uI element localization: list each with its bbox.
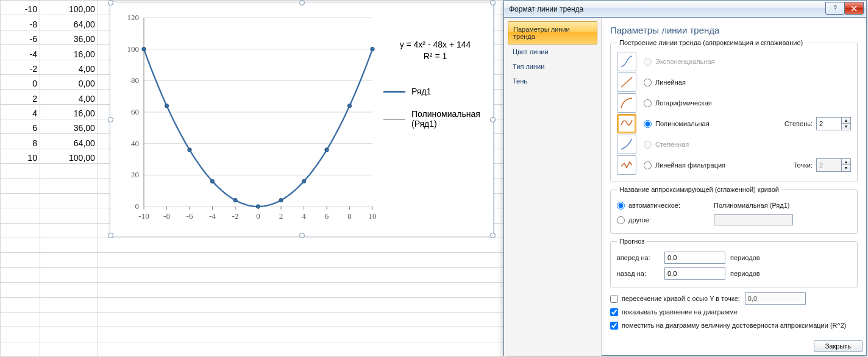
chart-resize-handle[interactable] [108, 117, 113, 122]
ma-points-input [817, 159, 841, 171]
legend-entry-trend: Полиномиальная(Ряд1) [383, 109, 487, 130]
fc-fwd-label: вперед на: [617, 254, 660, 261]
chart-resize-handle[interactable] [490, 233, 496, 238]
svg-point-41 [233, 198, 237, 202]
chart-container[interactable]: 020406080100120-10-8-6-4-20246810 y = 4x… [110, 2, 494, 236]
radio-name-other[interactable] [617, 216, 625, 224]
chart-resize-handle[interactable] [108, 0, 113, 5]
svg-text:6: 6 [325, 211, 329, 221]
nav-line-type[interactable]: Тип линии [508, 59, 597, 74]
legend-label-series1: Ряд1 [411, 87, 431, 97]
chk-intercept[interactable] [610, 295, 618, 303]
dialog-nav: Параметры линии тренда Цвет линии Тип ли… [504, 18, 602, 356]
svg-point-44 [302, 179, 305, 183]
power-icon [617, 135, 636, 154]
chart-resize-handle[interactable] [490, 0, 496, 5]
exp-icon [617, 52, 636, 71]
dialog-title: Формат линии тренда [509, 5, 583, 13]
fc-bwd-label: назад на: [617, 270, 660, 277]
nav-trend-params[interactable]: Параметры линии тренда [508, 21, 597, 44]
ma-icon [617, 155, 636, 175]
svg-text:-2: -2 [232, 211, 239, 221]
group-trend-name-legend: Название аппроксимирующей (сглаженной) к… [617, 186, 781, 193]
degree-spinner[interactable]: ▲▼ [816, 117, 851, 130]
svg-text:80: 80 [131, 76, 139, 85]
trendline-equation: y = 4x² - 48x + 144 R² = 1 [383, 39, 487, 62]
name-auto-value: Полиномиальная (Ряд1) [714, 202, 790, 209]
label-poly: Полиномиальная [655, 120, 710, 127]
radio-linear[interactable] [644, 79, 652, 87]
fc-fwd-input[interactable] [664, 252, 725, 264]
group-trend-name: Название аппроксимирующей (сглаженной) к… [610, 186, 858, 234]
close-button[interactable]: Закрыть [814, 340, 863, 352]
legend-swatch-trend [383, 119, 405, 119]
chart-resize-handle[interactable] [490, 117, 496, 122]
fc-bwd-unit: периодов [730, 270, 760, 277]
fc-fwd-unit: периодов [730, 254, 760, 261]
svg-text:60: 60 [131, 107, 139, 116]
legend-entry-series1: Ряд1 [383, 87, 487, 97]
fc-bwd-input[interactable] [664, 267, 725, 280]
svg-point-45 [325, 148, 329, 152]
svg-text:120: 120 [127, 13, 140, 22]
radio-exp [644, 58, 652, 66]
window-close-button[interactable] [844, 2, 864, 15]
chart-plot: 020406080100120-10-8-6-4-20246810 [116, 9, 379, 231]
svg-text:40: 40 [131, 139, 139, 148]
log-icon [617, 93, 636, 113]
svg-point-46 [347, 104, 351, 107]
radio-log[interactable] [644, 99, 652, 107]
nav-line-color[interactable]: Цвет линии [508, 44, 597, 59]
equation-text: y = 4x² - 48x + 144 [383, 39, 487, 51]
label-power: Степенная [655, 141, 689, 148]
label-show-eq: показывать уравнение на диаграмме [622, 308, 738, 316]
degree-input[interactable] [817, 118, 841, 130]
label-name-auto: автоматическое: [628, 202, 702, 209]
chk-show-r2[interactable] [610, 322, 618, 330]
label-exp: Экспоненциальная [655, 58, 715, 65]
window-help-button[interactable]: ? [825, 2, 845, 15]
group-trend-build-legend: Построение линии тренда (аппроксимация и… [617, 39, 805, 46]
dialog-heading: Параметры линии тренда [610, 25, 858, 35]
label-intercept: пересечение кривой с осью Y в точке: [622, 295, 740, 302]
svg-text:0: 0 [256, 211, 260, 221]
svg-text:100: 100 [127, 44, 140, 54]
chart-resize-handle[interactable] [299, 233, 305, 238]
label-name-other: другое: [628, 216, 702, 224]
group-trend-build: Построение линии тренда (аппроксимация и… [610, 39, 858, 182]
degree-up[interactable]: ▲ [842, 118, 850, 124]
trendline-format-dialog: Формат линии тренда ? Параметры линии тр… [503, 0, 867, 356]
svg-point-42 [256, 205, 260, 208]
svg-text:-4: -4 [209, 211, 216, 221]
ma-down: ▼ [842, 165, 850, 171]
name-other-input [714, 214, 793, 225]
radio-power [644, 141, 652, 149]
svg-text:-10: -10 [138, 211, 149, 221]
svg-point-43 [279, 198, 283, 202]
ma-points-label: Точки: [794, 161, 813, 169]
dialog-titlebar[interactable]: Формат линии тренда ? [504, 1, 866, 18]
group-forecast: Прогноз вперед на: периодов назад на: пе… [610, 238, 858, 288]
chart-resize-handle[interactable] [108, 233, 113, 238]
svg-text:20: 20 [131, 170, 139, 179]
radio-ma[interactable] [644, 161, 652, 169]
svg-text:4: 4 [302, 211, 306, 221]
label-log: Логарифмическая [655, 99, 712, 107]
svg-text:-8: -8 [163, 211, 170, 221]
svg-text:10: 10 [369, 211, 377, 221]
degree-down[interactable]: ▼ [842, 124, 850, 129]
ma-points-spinner: ▲▼ [816, 158, 851, 172]
svg-text:-6: -6 [187, 211, 193, 221]
legend-label-trend: Полиномиальная(Ряд1) [411, 109, 480, 130]
svg-point-38 [165, 104, 168, 107]
radio-poly[interactable] [644, 120, 652, 128]
radio-name-auto[interactable] [617, 202, 625, 210]
svg-text:8: 8 [347, 211, 352, 221]
ma-up: ▲ [842, 159, 850, 165]
chart-resize-handle[interactable] [299, 0, 305, 5]
nav-shadow[interactable]: Тень [508, 74, 597, 88]
chk-show-eq[interactable] [610, 308, 618, 316]
svg-text:0: 0 [135, 202, 140, 211]
group-forecast-legend: Прогноз [617, 238, 647, 245]
intercept-input [745, 292, 806, 305]
